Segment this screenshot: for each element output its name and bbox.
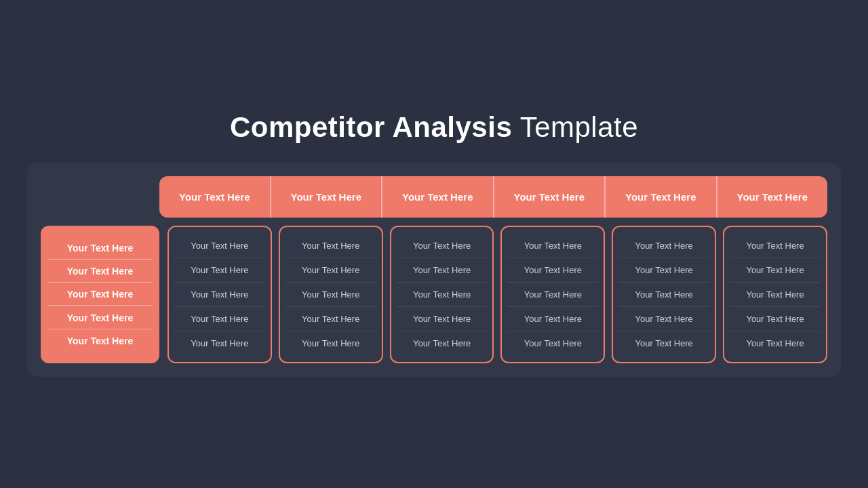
data-cell-4-0: Your Text Here (618, 234, 709, 258)
data-cell-3-1: Your Text Here (507, 258, 598, 283)
data-cell-5-1: Your Text Here (730, 258, 821, 283)
data-col-5: Your Text Here Your Text Here Your Text … (723, 226, 827, 363)
data-cell-1-4: Your Text Here (285, 331, 376, 355)
data-cell-3-0: Your Text Here (507, 234, 598, 258)
data-cell-1-3: Your Text Here (285, 307, 376, 331)
data-cell-1-2: Your Text Here (285, 283, 376, 307)
header-cell-5: Your Text Here (717, 176, 828, 218)
data-cell-4-4: Your Text Here (618, 331, 709, 355)
row-label-0: Your Text Here (47, 237, 153, 260)
data-cell-2-0: Your Text Here (397, 234, 488, 258)
data-cell-5-0: Your Text Here (730, 234, 821, 258)
data-cell-2-3: Your Text Here (397, 307, 488, 331)
header-cell-1: Your Text Here (271, 176, 383, 218)
data-col-2: Your Text Here Your Text Here Your Text … (390, 226, 494, 363)
data-cell-5-3: Your Text Here (730, 307, 821, 331)
data-cell-0-2: Your Text Here (174, 283, 265, 307)
data-col-4: Your Text Here Your Text Here Your Text … (612, 226, 716, 363)
data-cell-0-4: Your Text Here (174, 331, 265, 355)
data-cell-0-0: Your Text Here (174, 234, 265, 258)
data-cell-0-3: Your Text Here (174, 307, 265, 331)
data-col-1: Your Text Here Your Text Here Your Text … (279, 226, 383, 363)
data-cell-3-4: Your Text Here (507, 331, 598, 355)
row-label-2: Your Text Here (47, 283, 153, 306)
data-cell-4-1: Your Text Here (618, 258, 709, 283)
row-label-1: Your Text Here (47, 260, 153, 283)
data-cell-1-1: Your Text Here (285, 258, 376, 283)
row-label-3: Your Text Here (47, 307, 153, 329)
data-cell-3-2: Your Text Here (507, 283, 598, 307)
header-cell-0: Your Text Here (159, 176, 271, 218)
page-title: Competitor Analysis Template (230, 111, 638, 144)
data-cell-4-3: Your Text Here (618, 307, 709, 331)
header-row: Your Text Here Your Text Here Your Text … (159, 176, 827, 218)
data-col-0: Your Text Here Your Text Here Your Text … (167, 226, 272, 363)
data-cell-2-4: Your Text Here (397, 331, 488, 355)
data-cell-3-3: Your Text Here (507, 307, 598, 331)
row-label-4: Your Text Here (47, 330, 153, 352)
header-cell-3: Your Text Here (494, 176, 606, 218)
row-label-column: Your Text Here Your Text Here Your Text … (41, 226, 159, 363)
data-col-3: Your Text Here Your Text Here Your Text … (500, 226, 605, 363)
data-columns: Your Text Here Your Text Here Your Text … (167, 226, 827, 363)
data-cell-5-4: Your Text Here (730, 331, 821, 355)
data-cell-2-1: Your Text Here (397, 258, 488, 283)
data-cell-5-2: Your Text Here (730, 283, 821, 307)
data-cell-4-2: Your Text Here (618, 283, 709, 307)
header-cell-4: Your Text Here (606, 176, 717, 218)
table-container: Your Text Here Your Text Here Your Text … (27, 163, 841, 377)
header-cell-2: Your Text Here (382, 176, 494, 218)
body-row: Your Text Here Your Text Here Your Text … (41, 226, 827, 363)
data-cell-1-0: Your Text Here (285, 234, 376, 258)
data-cell-2-2: Your Text Here (397, 283, 488, 307)
data-cell-0-1: Your Text Here (174, 258, 265, 283)
